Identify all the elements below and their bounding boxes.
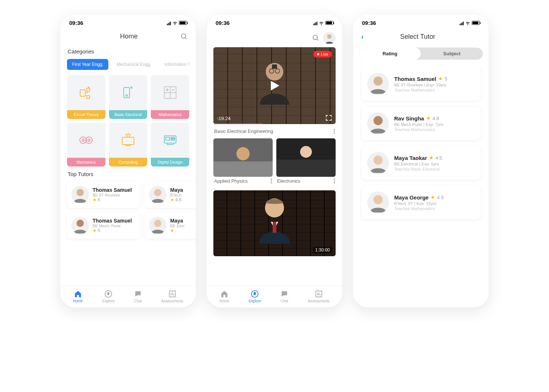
- tutor-avatar: [367, 152, 389, 174]
- nav-label: Assessments: [161, 299, 183, 303]
- star-icon: ★: [170, 197, 174, 202]
- category-card[interactable]: Mechanics: [67, 123, 105, 167]
- category-label: Mechanics: [67, 158, 105, 167]
- tutor-avatar: [71, 217, 89, 234]
- phone-explore: 09:36 Live -19.24 Basic Electrical Engin…: [207, 15, 342, 307]
- tutor-name-row: Rav Singha ★ 4.9: [394, 115, 443, 122]
- expand-icon[interactable]: [325, 115, 332, 121]
- more-icon[interactable]: [334, 129, 335, 134]
- svg-point-57: [374, 195, 383, 204]
- tutor-name: Maya: [170, 218, 184, 224]
- tutor-list-item[interactable]: Maya Taokar ★ 4.5 BE Electrical | Exp: 5…: [361, 146, 481, 180]
- tutor-card[interactable]: Maya BTech. ★4.5: [145, 182, 196, 208]
- explore-content: Live -19.24 Basic Electrical Engineering…: [207, 47, 342, 286]
- segmented-control[interactable]: RatingSubject: [359, 48, 483, 60]
- tutor-subtitle: BTech.: [170, 193, 183, 197]
- tutor-list: Thomas Samuel ★ 5 BE IIT Roorkee | Exp: …: [353, 67, 489, 307]
- profile-avatar[interactable]: [323, 32, 336, 44]
- more-icon[interactable]: [271, 179, 272, 183]
- nav-chat[interactable]: Chat: [280, 290, 288, 303]
- search-icon[interactable]: [180, 33, 188, 40]
- status-icons: [313, 20, 333, 26]
- svg-rect-18: [166, 137, 169, 140]
- video-player-main[interactable]: Live -19.24: [213, 47, 336, 124]
- status-bar: 09:36: [353, 15, 489, 29]
- category-card[interactable]: Basic Electrical: [109, 75, 147, 119]
- tutor-name-row: Maya George ★ 4.5: [394, 194, 444, 201]
- category-chip[interactable]: Mechanical Engg.: [111, 59, 156, 70]
- star-icon: ★: [170, 228, 174, 233]
- video-duration: 1:30:00: [313, 247, 332, 253]
- category-chips[interactable]: First Year Engg.Mechanical Engg.Informat…: [67, 59, 189, 70]
- header: Home: [60, 29, 196, 44]
- tutor-name-row: Maya Taokar ★ 4.5: [394, 155, 442, 161]
- tutor-name: Maya George: [394, 194, 429, 201]
- tutor-list-item[interactable]: Maya George ★ 4.5 BTech. IIT | Exp: 15yr…: [361, 186, 481, 219]
- svg-rect-14: [122, 137, 134, 145]
- tutor-list-item[interactable]: Rav Singha ★ 4.9 BE Mech.Pune | Exp: 7yr…: [361, 107, 481, 140]
- tutor-name: Thomas Samuel: [394, 76, 436, 82]
- chat-icon: [280, 290, 288, 298]
- star-icon: ★: [429, 155, 433, 160]
- video-title: Basic Electrical Engineering: [214, 128, 273, 134]
- video-card[interactable]: Electronics: [276, 138, 336, 188]
- wifi-icon: [465, 20, 470, 26]
- nav-compass[interactable]: Explore: [102, 290, 115, 303]
- video-title: Applied Physics: [214, 178, 248, 184]
- category-chip[interactable]: Information T: [160, 59, 189, 70]
- category-icon: [67, 75, 105, 110]
- tutor-detail: BE Electrical | Exp: 5yrs: [394, 162, 442, 166]
- tutor-name: Maya: [170, 187, 183, 193]
- status-bar: 09:36: [207, 15, 342, 29]
- tutor-card[interactable]: Thomas Samuel BE IIT Roorkee ★5: [67, 182, 140, 208]
- nav-bars[interactable]: Assessments: [161, 290, 183, 303]
- category-card[interactable]: Digital Design: [151, 123, 189, 167]
- more-icon[interactable]: [334, 179, 335, 183]
- svg-point-11: [82, 139, 84, 141]
- header: ‹ Select Tutor: [353, 29, 489, 45]
- tab-subject[interactable]: Subject: [421, 48, 483, 60]
- category-card[interactable]: Circuit Theory: [67, 75, 105, 119]
- category-grid: Circuit TheoryBasic Electrical+−Mathemat…: [67, 75, 189, 167]
- nav-chat[interactable]: Chat: [134, 290, 142, 303]
- battery-icon: [179, 21, 187, 25]
- category-chip[interactable]: First Year Engg.: [67, 59, 108, 70]
- tutor-card[interactable]: Thomas Samuel BE Mech. Pune ★5: [67, 212, 140, 239]
- nav-home[interactable]: Home: [219, 290, 229, 303]
- tutor-card[interactable]: Maya BE Elec ★: [145, 212, 196, 239]
- tutor-list-item[interactable]: Thomas Samuel ★ 5 BE IIT Roorkee | Exp: …: [361, 67, 481, 101]
- category-card[interactable]: Computing: [109, 123, 147, 167]
- bars-icon: [315, 290, 323, 298]
- nav-bars[interactable]: Assessments: [308, 290, 329, 303]
- tutor-rating: 4.5: [437, 195, 444, 200]
- video-thumbnail: [276, 138, 336, 177]
- tutor-rating: 4.9: [433, 116, 439, 121]
- tutor-avatar: [367, 112, 389, 134]
- back-icon[interactable]: ‹: [361, 33, 364, 41]
- video-progress[interactable]: [213, 123, 262, 124]
- tutor-avatar: [367, 191, 389, 213]
- tutor-detail: BE Mech.Pune | Exp: 7yrs: [394, 122, 443, 127]
- play-icon[interactable]: [267, 78, 282, 93]
- svg-point-29: [154, 220, 161, 227]
- category-icon: [109, 75, 147, 110]
- category-label: Mathematics: [151, 110, 189, 119]
- video-card[interactable]: Applied Physics: [213, 138, 273, 188]
- tutor-subtitle: BE IIT Roorkee: [93, 193, 132, 197]
- svg-point-53: [374, 116, 383, 125]
- wifi-icon: [172, 20, 178, 26]
- video-timer: -19.24: [217, 116, 231, 121]
- tutor-rating: ★4.5: [170, 197, 183, 202]
- tutor-avatar: [367, 73, 389, 95]
- search-icon[interactable]: [312, 34, 320, 42]
- nav-label: Chat: [280, 299, 288, 303]
- video-card-large[interactable]: 1:30:00: [213, 190, 336, 256]
- bars-icon: [168, 290, 176, 298]
- compass-icon: [104, 290, 112, 298]
- tab-rating[interactable]: Rating: [359, 48, 421, 60]
- nav-home[interactable]: Home: [73, 290, 83, 303]
- nav-compass[interactable]: Explore: [249, 290, 261, 303]
- category-icon: +−: [151, 75, 189, 110]
- page-title: Select Tutor: [364, 33, 472, 41]
- category-card[interactable]: +−Mathematics: [151, 75, 189, 119]
